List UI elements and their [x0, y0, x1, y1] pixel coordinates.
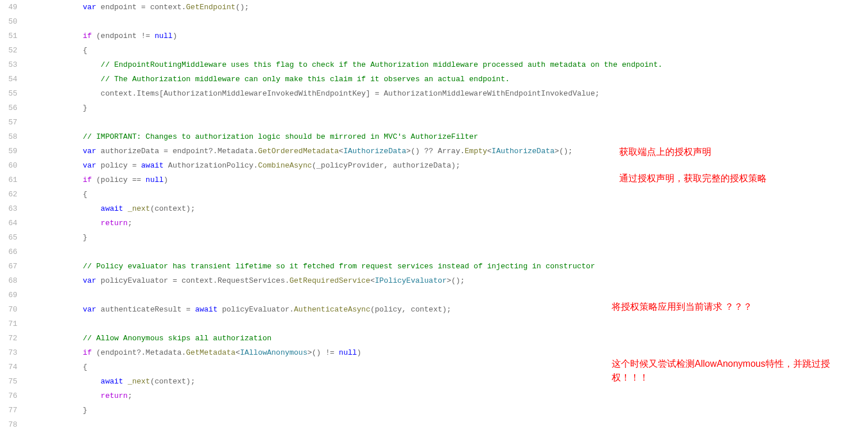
token-plain: >() ?? Array. — [406, 147, 464, 155]
token-plain: < — [236, 348, 240, 357]
line-number: 76 — [0, 389, 17, 403]
token-plain: (_policyProvider, authorizeData); — [312, 161, 460, 170]
token-plain: >(); — [447, 276, 465, 285]
token-kw-blue: var — [83, 3, 96, 12]
code-line[interactable]: // Policy evaluator has transient lifeti… — [29, 259, 868, 274]
token-kw-blue: await — [195, 305, 218, 314]
token-plain: >() != — [308, 348, 339, 357]
token-method: GetOrderedMetadata — [258, 147, 339, 155]
token-plain: { — [83, 363, 88, 371]
line-number: 60 — [0, 158, 17, 173]
code-line[interactable]: // IMPORTANT: Changes to authorization l… — [29, 130, 868, 144]
code-line[interactable]: } — [29, 403, 868, 417]
annotation-text: 将授权策略应用到当前请求 ？？？ — [612, 300, 752, 314]
token-plain — [123, 377, 128, 386]
annotation-text: 通过授权声明，获取完整的授权策略 — [619, 172, 767, 185]
line-number: 77 — [0, 403, 17, 417]
token-plain: { — [83, 46, 88, 55]
line-number: 68 — [0, 274, 17, 288]
token-comment: // IMPORTANT: Changes to authorization l… — [83, 132, 479, 141]
line-number: 63 — [0, 202, 17, 216]
code-line[interactable]: return; — [29, 389, 868, 403]
code-line[interactable]: if (endpoint != null) — [29, 29, 868, 43]
code-line[interactable]: context.Items[AuthorizationMiddlewareInv… — [29, 86, 868, 101]
line-number: 58 — [0, 130, 17, 144]
code-line[interactable]: var authorizeData = endpoint?.Metadata.G… — [29, 144, 868, 158]
token-plain: context.Items[AuthorizationMiddlewareInv… — [101, 89, 600, 98]
token-kw-blue: var — [83, 305, 96, 314]
line-number: 69 — [0, 288, 17, 302]
token-plain: (); — [236, 3, 249, 12]
line-number: 66 — [0, 245, 17, 259]
token-method: GetEndpoint — [186, 3, 236, 12]
token-comment: // EndpointRoutingMiddleware uses this f… — [101, 60, 662, 69]
code-line[interactable]: // EndpointRoutingMiddleware uses this f… — [29, 58, 868, 72]
code-line[interactable]: } — [29, 230, 868, 245]
token-plain: ; — [128, 219, 132, 227]
token-kw-blue: await — [141, 161, 164, 170]
code-line[interactable]: return; — [29, 216, 868, 230]
token-type: IAuthorizeData — [343, 147, 406, 155]
token-kw-null: null — [146, 176, 164, 184]
token-plain: policyEvaluator = context.RequestService… — [96, 276, 289, 285]
line-number: 61 — [0, 173, 17, 187]
token-plain: policyEvaluator. — [218, 305, 294, 314]
annotation-text: 获取端点上的授权声明 — [619, 145, 711, 159]
token-ctrl: return — [101, 392, 128, 400]
token-method: _next — [128, 204, 150, 213]
line-number: 54 — [0, 72, 17, 86]
token-kw-blue: var — [83, 147, 96, 155]
code-line[interactable] — [29, 115, 868, 130]
code-line[interactable]: { — [29, 43, 868, 58]
token-plain: { — [83, 190, 88, 199]
line-number: 51 — [0, 29, 17, 43]
code-line[interactable]: var policyEvaluator = context.RequestSer… — [29, 274, 868, 288]
token-kw-null: null — [154, 32, 172, 40]
token-method: _next — [128, 377, 150, 386]
token-plain: } — [83, 233, 88, 242]
token-plain: ) — [173, 32, 177, 40]
token-ctrl: if — [83, 348, 92, 357]
token-plain: authenticateResult = — [96, 305, 195, 314]
line-number: 78 — [0, 417, 17, 432]
token-method: Empty — [465, 147, 487, 155]
line-number: 73 — [0, 345, 17, 360]
code-line[interactable] — [29, 14, 868, 29]
line-number: 75 — [0, 374, 17, 389]
token-ctrl: if — [83, 176, 92, 184]
code-line[interactable]: // The Authorization middleware can only… — [29, 72, 868, 86]
line-number: 67 — [0, 259, 17, 274]
token-plain: ) — [164, 176, 168, 184]
code-line[interactable] — [29, 417, 868, 432]
line-number: 65 — [0, 230, 17, 245]
code-line[interactable]: { — [29, 187, 868, 202]
token-plain: policy = — [96, 161, 141, 170]
line-number: 53 — [0, 58, 17, 72]
token-comment: // Policy evaluator has transient lifeti… — [83, 262, 595, 271]
token-comment: // Allow Anonymous skips all authorizati… — [83, 334, 272, 343]
token-comment: // The Authorization middleware can only… — [101, 75, 510, 83]
code-line[interactable]: await _next(context); — [29, 202, 868, 216]
token-plain: authorizeData = endpoint?.Metadata. — [96, 147, 258, 155]
token-ctrl: return — [101, 219, 128, 227]
code-line[interactable] — [29, 245, 868, 259]
line-number: 49 — [0, 0, 17, 14]
token-plain: ; — [128, 392, 132, 400]
code-line[interactable]: var endpoint = context.GetEndpoint(); — [29, 0, 868, 14]
token-plain: (context); — [150, 377, 195, 386]
token-plain: endpoint = context. — [96, 3, 186, 12]
token-kw-blue: var — [83, 276, 96, 285]
line-number: 72 — [0, 331, 17, 345]
token-type: IAllowAnonymous — [240, 348, 308, 357]
line-number: 55 — [0, 86, 17, 101]
code-line[interactable]: } — [29, 101, 868, 115]
line-number: 50 — [0, 14, 17, 29]
annotation-text: 这个时候又尝试检测AllowAnonymous特性，并跳过授权！！！ — [612, 357, 836, 385]
code-line[interactable] — [29, 317, 868, 331]
line-number: 62 — [0, 187, 17, 202]
code-line[interactable]: var policy = await AuthorizationPolicy.C… — [29, 158, 868, 173]
token-plain: AuthorizationPolicy. — [164, 161, 258, 170]
line-number: 59 — [0, 144, 17, 158]
token-plain: } — [83, 104, 88, 112]
code-line[interactable]: // Allow Anonymous skips all authorizati… — [29, 331, 868, 345]
